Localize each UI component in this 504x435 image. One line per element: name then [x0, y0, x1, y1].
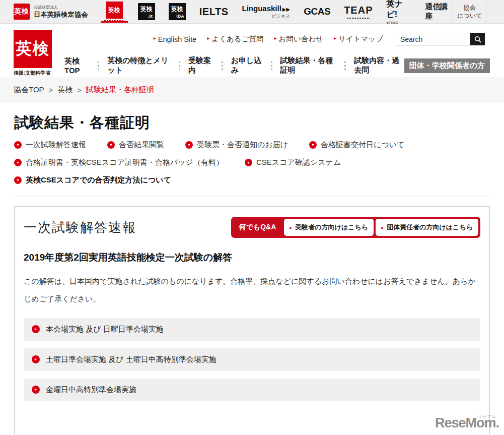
arrow-icon: ▸: [274, 35, 277, 41]
red-bullet-down-icon: ▾: [309, 141, 317, 149]
breadcrumb-link-association-top[interactable]: 協会TOP: [14, 85, 44, 95]
red-bullet-down-icon: ▾: [107, 141, 115, 149]
nav-apply[interactable]: お申し込み: [231, 56, 263, 75]
link-sitemap[interactable]: ▸ サイトマップ: [334, 34, 383, 44]
arrow-icon: ▸: [381, 225, 384, 230]
topbar-spacer: [486, 0, 504, 23]
main-content: 試験結果・各種証明 ▾ 一次試験解答速報 ▾ 合否結果閲覧 ▾ 受験票・合否通知…: [0, 113, 504, 435]
arrow-icon: ▸: [334, 35, 336, 41]
logo-caption: 後援:文部科学省: [14, 70, 53, 77]
gcas-logo: GCAS: [304, 6, 330, 17]
org-name-label: 日本英語検定協会: [34, 10, 88, 19]
red-bullet-down-icon: ▾: [14, 176, 22, 184]
nav-divider: [344, 61, 346, 70]
breadcrumb-separator: >: [49, 86, 53, 94]
nav-results-certificates[interactable]: 試験結果・各種証明: [280, 56, 337, 75]
resemom-ruby: リセマム: [478, 414, 496, 419]
page: { "colors": { "brand_red": "#d7000f", "q…: [0, 0, 504, 435]
eiken-tab-icon: 英検: [106, 2, 123, 19]
tab-gcas[interactable]: GCAS: [304, 0, 330, 23]
answers-note: この解答は、日本国内で実施された試験のものになります。合格率、採点などに関するお…: [24, 272, 480, 308]
red-bullet-down-icon: ▾: [245, 159, 252, 166]
tab-ielts[interactable]: IELTS: [199, 0, 229, 23]
ielts-logo: IELTS: [199, 6, 229, 18]
site-logo[interactable]: 英検 後援:文部科学省: [14, 30, 53, 77]
nav-divider: [222, 61, 223, 70]
answers-section-header: 一次試験解答速報 何でもQ&A ▸ 受験者の方向けはこちら ▸ 団体責任者の方向…: [24, 217, 480, 238]
link-english-site[interactable]: ▸ English Site: [154, 35, 197, 43]
teap-tagline: [347, 18, 370, 19]
eiken-jr-icon: 英検 Jr.: [138, 3, 155, 20]
nav-divider: [98, 61, 99, 70]
quick-links-row-2: ▾ 合格証明書・英検CSEスコア証明書・合格バッジ（有料） ▾ CSEスコア確認…: [14, 158, 490, 167]
linguaskill-arrows-icon: ▶▶: [282, 7, 290, 12]
answers-subheading: 2019年度第2回実用英語技能検定一次試験の解答: [24, 251, 480, 264]
link-first-stage-answers[interactable]: ▾ 一次試験解答速報: [14, 140, 86, 150]
qa-label: 何でもQ&A: [233, 223, 282, 232]
nav-features[interactable]: 英検の特徴とメリット: [107, 56, 171, 75]
nav-exam-content[interactable]: 試験内容・過去問: [354, 56, 404, 75]
qa-button-examinees[interactable]: ▸ 受験者の方向けはこちら: [284, 219, 374, 236]
about-association-link[interactable]: 協会 について: [453, 0, 486, 23]
red-bullet-down-icon: ▾: [14, 159, 22, 166]
eiken-iba-icon: 英検 IBA: [169, 3, 186, 20]
arrow-icon: ▸: [154, 35, 156, 41]
utility-nav: ▸ English Site ▸ よくあるご質問 ▸ お問い合わせ ▸ サイトマ…: [154, 33, 485, 45]
section-divider: [14, 196, 490, 196]
org-type-label: 公益財団法人: [34, 5, 88, 10]
einavi-logo: 英ナビ!: [386, 0, 411, 20]
teap-logo: TEAP: [344, 5, 373, 16]
nav-groups-schools[interactable]: 団体・学校関係者の方: [404, 58, 490, 73]
tab-eiken[interactable]: 英検: [104, 0, 124, 23]
quick-links-row-1: ▾ 一次試験解答速報 ▾ 合否結果閲覧 ▾ 受験票・合否通知のお届け ▾ 合格証…: [14, 140, 490, 150]
brand-tabs: 英検 英検 Jr. 英検 IBA IELTS Linguaskill▶▶ ビジネ…: [104, 0, 453, 23]
red-bullet-right-icon: ▸: [32, 325, 40, 333]
nav-exam-guide[interactable]: 受験案内: [188, 56, 213, 75]
tab-einavi[interactable]: 英ナビ! ei-navi: [386, 0, 411, 23]
tab-eiken-iba[interactable]: 英検 IBA: [169, 0, 186, 23]
eiken-main-logo: 英検: [14, 30, 52, 68]
tab-eiken-jr[interactable]: 英検 Jr.: [138, 0, 155, 23]
red-bullet-right-icon: ▸: [32, 386, 40, 394]
red-bullet-down-icon: ▾: [14, 141, 22, 149]
eiken-org-logo-icon: 英検: [14, 4, 30, 20]
breadcrumb-link-eiken[interactable]: 英検: [57, 85, 73, 95]
linguaskill-logo: Linguaskill▶▶: [242, 4, 290, 13]
red-bullet-down-icon: ▾: [185, 141, 193, 149]
arrow-icon: ▸: [207, 35, 209, 41]
red-bullet-right-icon: ▸: [32, 355, 40, 363]
link-cse-score-check-system[interactable]: ▾ CSEスコア確認システム: [245, 158, 341, 167]
link-certificate-issue-date[interactable]: ▾ 合格証書交付日について: [309, 140, 404, 150]
tab-linguaskill[interactable]: Linguaskill▶▶ ビジネス: [242, 0, 290, 23]
answers-heading: 一次試験解答速報: [24, 219, 136, 236]
org-logo-link[interactable]: 英検 公益財団法人 日本英語検定協会: [14, 4, 97, 20]
qa-button-group-leaders[interactable]: ▸ 団体責任者の方向けはこちら: [376, 219, 478, 236]
qa-widget: 何でもQ&A ▸ 受験者の方向けはこちら ▸ 団体責任者の方向けはこちら: [231, 217, 481, 238]
arrow-icon: ▸: [290, 225, 292, 230]
search-box: [396, 33, 485, 45]
tab-correspondence-course[interactable]: 通信講座: [425, 0, 453, 23]
link-faq[interactable]: ▸ よくあるご質問: [207, 34, 263, 44]
linguaskill-sub-label: ビジネス: [271, 13, 290, 20]
link-exam-voucher-delivery[interactable]: ▾ 受験票・合否通知のお届け: [185, 140, 288, 150]
tab-teap[interactable]: TEAP: [344, 0, 373, 23]
nav-eiken-top[interactable]: 英検TOP: [64, 56, 90, 75]
breadcrumb-current: 試験結果・各種証明: [86, 85, 154, 95]
quick-links-row-3: ▾ 英検CSEスコアでの合否判定方法について: [14, 175, 490, 185]
search-input[interactable]: [396, 33, 470, 45]
link-pass-fail-results[interactable]: ▾ 合否結果閲覧: [107, 140, 164, 150]
accordion-friday-venue[interactable]: ▸ 金曜日中高特別準会場実施: [24, 379, 480, 401]
breadcrumb-separator: >: [77, 86, 82, 94]
accordion-main-venue[interactable]: ▸ 本会場実施 及び 日曜日準会場実施: [24, 318, 480, 341]
search-button[interactable]: [470, 33, 485, 45]
eiken-tab-tagline: [104, 20, 124, 22]
main-nav: 英検TOP 英検の特徴とメリット 受験案内 お申し込み 試験結果・各種証明 試験…: [64, 56, 490, 75]
accordion-saturday-venue[interactable]: ▸ 土曜日準会場実施 及び 土曜日中高特別準会場実施: [24, 348, 480, 371]
search-icon: [474, 36, 481, 43]
accordion-list: ▸ 本会場実施 及び 日曜日準会場実施 ▸ 土曜日準会場実施 及び 土曜日中高特…: [24, 318, 480, 401]
link-contact[interactable]: ▸ お問い合わせ: [274, 34, 323, 44]
answers-section: 一次試験解答速報 何でもQ&A ▸ 受験者の方向けはこちら ▸ 団体責任者の方向…: [14, 206, 490, 435]
site-header: 英検 後援:文部科学省 ▸ English Site ▸ よくあるご質問 ▸ お…: [0, 24, 504, 77]
link-cse-pass-fail-method[interactable]: ▾ 英検CSEスコアでの合否判定方法について: [14, 175, 171, 185]
link-certificates-cse-badge[interactable]: ▾ 合格証明書・英検CSEスコア証明書・合格バッジ（有料）: [14, 158, 224, 167]
